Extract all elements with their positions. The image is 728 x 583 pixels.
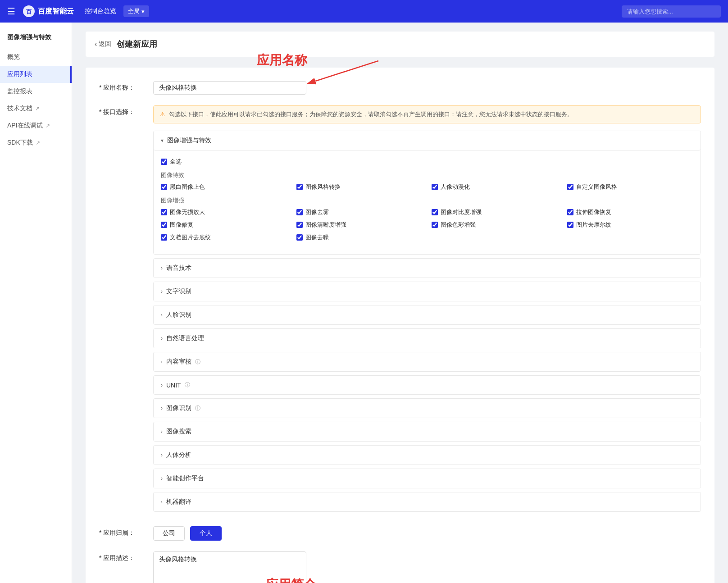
cb-repair[interactable]: 图像修复 [161, 221, 287, 229]
svg-text:百: 百 [26, 9, 32, 15]
category-nlp: › 自然语言处理 [153, 328, 701, 348]
baidu-logo-icon: 百 [23, 5, 35, 18]
cb-style-transfer[interactable]: 图像风格转换 [296, 183, 423, 191]
external-link-icon: ↗ [46, 123, 50, 129]
collapsed-header-body-analysis[interactable]: › 人体分析 [154, 446, 701, 465]
sidebar-title: 图像增强与特效 [0, 30, 72, 49]
collapsed-header-image-recognition[interactable]: › 图像识别 ⓘ [154, 399, 701, 418]
chevron-right-icon: › [161, 265, 163, 271]
sidebar-item-label: 技术文档 [7, 105, 32, 113]
interface-label: * 接口选择： [99, 105, 153, 515]
cb-moire[interactable]: 图片去摩尔纹 [567, 221, 694, 229]
category-name-body-analysis: 人体分析 [166, 451, 191, 459]
external-link-icon: ↗ [35, 105, 40, 112]
cb-denoise[interactable]: 图像去噪 [296, 233, 423, 241]
app-name-annotation: 应用名称 [257, 52, 307, 69]
select-all-checkbox[interactable]: 全选 [161, 158, 693, 166]
cb-doc-texture[interactable]: 文档图片去底纹 [161, 233, 287, 241]
cb-sharpness[interactable]: 图像清晰度增强 [296, 221, 423, 229]
collapsed-header-nlp[interactable]: › 自然语言处理 [154, 329, 701, 348]
attribution-row: * 应用归属： 公司 个人 [99, 526, 701, 541]
info-icon[interactable]: ⓘ [195, 405, 200, 412]
logo-text: 百度智能云 [38, 7, 74, 16]
description-row: * 应用描述： 头像风格转换 应用简介 [99, 551, 701, 583]
info-icon[interactable]: ⓘ [195, 358, 200, 366]
collapsed-header-ai-creation[interactable]: › 智能创作平台 [154, 469, 701, 488]
sidebar-item-monitor[interactable]: 监控报表 [0, 83, 72, 100]
cb-stretch-restore[interactable]: 拉伸图像恢复 [567, 208, 694, 216]
sidebar-item-label: SDK下载 [7, 139, 33, 147]
sidebar-item-docs[interactable]: 技术文档 ↗ [0, 100, 72, 117]
chevron-right-icon: › [161, 405, 163, 411]
attribution-label: * 应用归属： [99, 526, 153, 541]
sidebar-item-overview[interactable]: 概览 [0, 49, 72, 66]
cb-bw-colorize[interactable]: 黑白图像上色 [161, 183, 287, 191]
back-button[interactable]: ‹ 返回 [95, 40, 111, 48]
chevron-right-icon: › [161, 382, 163, 388]
category-image-enhance-body: 全选 图像特效 黑白图像上色 图像风格转换 [154, 150, 701, 254]
chevron-right-icon: › [161, 499, 163, 505]
chevron-right-icon: › [161, 288, 163, 295]
sidebar-item-label: 监控报表 [7, 87, 32, 96]
back-arrow-icon: ‹ [95, 40, 97, 48]
collapsed-header-ocr[interactable]: › 文字识别 [154, 282, 701, 301]
cb-color[interactable]: 图像色彩增强 [432, 221, 558, 229]
search-box [622, 5, 721, 18]
info-icon[interactable]: ⓘ [185, 381, 190, 389]
menu-icon[interactable]: ☰ [7, 6, 15, 17]
collapsed-header-unit[interactable]: › UNIT ⓘ [154, 376, 701, 394]
description-annotation: 应用简介 [266, 576, 316, 583]
collapsed-header-audit[interactable]: › 内容审核 ⓘ [154, 352, 701, 371]
attribution-field: 公司 个人 [153, 526, 701, 541]
group-title-image-effects: 图像特效 [161, 171, 693, 179]
select-all-input[interactable] [161, 159, 167, 165]
chevron-right-icon: › [161, 312, 163, 318]
form-card: * 应用名称： 应用名称 [86, 68, 714, 583]
category-face: › 人脸识别 [153, 305, 701, 325]
region-selector[interactable]: 全局 ▾ [123, 5, 149, 17]
cb-contrast[interactable]: 图像对比度增强 [432, 208, 558, 216]
category-translate: › 机器翻译 [153, 492, 701, 512]
collapsed-header-face[interactable]: › 人脸识别 [154, 305, 701, 324]
collapsed-header-voice[interactable]: › 语音技术 [154, 259, 701, 278]
checkbox-grid-enhance: 图像无损放大 图像去雾 图像对比度增强 拉伸图像恢复 [161, 208, 693, 241]
logo: 百 百度智能云 [23, 5, 74, 18]
search-input[interactable] [622, 5, 721, 18]
main-content: ‹ 返回 创建新应用 * 应用名称： [72, 23, 728, 583]
sidebar-item-label: 概览 [7, 53, 20, 61]
cb-lossless-enlarge[interactable]: 图像无损放大 [161, 208, 287, 216]
category-name-ocr: 文字识别 [166, 287, 191, 296]
cb-custom-style[interactable]: 自定义图像风格 [567, 183, 694, 191]
sidebar-item-api-test[interactable]: API在线调试 ↗ [0, 117, 72, 134]
page-header: ‹ 返回 创建新应用 [86, 32, 714, 57]
attribution-personal-btn[interactable]: 个人 [190, 526, 222, 541]
cb-anime[interactable]: 人像动漫化 [432, 183, 558, 191]
category-image-enhance-header[interactable]: ▾ 图像增强与特效 [154, 131, 701, 150]
attribution-company-btn[interactable]: 公司 [153, 526, 185, 541]
category-name-audit: 内容审核 [166, 358, 191, 366]
cb-dehaze[interactable]: 图像去雾 [296, 208, 423, 216]
svg-line-3 [315, 61, 378, 81]
select-all-label: 全选 [170, 158, 182, 166]
sidebar-item-app-list[interactable]: 应用列表 [0, 66, 72, 83]
sidebar-item-sdk[interactable]: SDK下载 ↗ [0, 134, 72, 151]
category-voice: › 语音技术 [153, 258, 701, 278]
back-label: 返回 [99, 40, 111, 48]
category-image-enhance: ▾ 图像增强与特效 全选 图 [153, 131, 701, 255]
header: ☰ 百 百度智能云 控制台总览 全局 ▾ [0, 0, 728, 23]
category-name-image-recognition: 图像识别 [166, 404, 191, 412]
category-name-ai-creation: 智能创作平台 [166, 474, 204, 483]
external-link-icon: ↗ [36, 140, 40, 146]
category-body-analysis: › 人体分析 [153, 445, 701, 465]
app-name-input[interactable] [153, 81, 306, 95]
region-label: 全局 [128, 7, 140, 15]
category-name-translate: 机器翻译 [166, 498, 191, 506]
collapsed-header-translate[interactable]: › 机器翻译 [154, 492, 701, 511]
collapsed-header-image-search[interactable]: › 图像搜索 [154, 422, 701, 441]
nav-console[interactable]: 控制台总览 [85, 7, 116, 15]
layout: 图像增强与特效 概览 应用列表 监控报表 技术文档 ↗ API在线调试 ↗ SD… [0, 23, 728, 583]
chevron-right-icon: › [161, 475, 163, 482]
group-title-image-enhance: 图像增强 [161, 196, 693, 205]
chevron-right-icon: › [161, 359, 163, 365]
category-unit: › UNIT ⓘ [153, 375, 701, 395]
